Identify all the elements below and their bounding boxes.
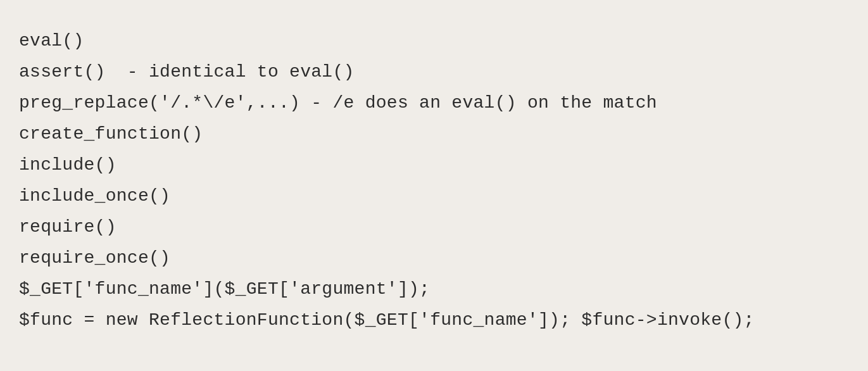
code-line: include_once()	[19, 180, 849, 211]
code-line: $func = new ReflectionFunction($_GET['fu…	[19, 305, 849, 336]
code-line: preg_replace('/.*\/e',...) - /e does an …	[19, 87, 849, 118]
code-block: eval()assert() - identical to eval()preg…	[19, 19, 849, 342]
code-line: $_GET['func_name']($_GET['argument']);	[19, 274, 849, 305]
code-line: assert() - identical to eval()	[19, 56, 849, 87]
code-line: create_function()	[19, 118, 849, 149]
code-line: eval()	[19, 25, 849, 56]
code-line: require()	[19, 211, 849, 242]
code-line: require_once()	[19, 242, 849, 274]
code-line: include()	[19, 149, 849, 180]
